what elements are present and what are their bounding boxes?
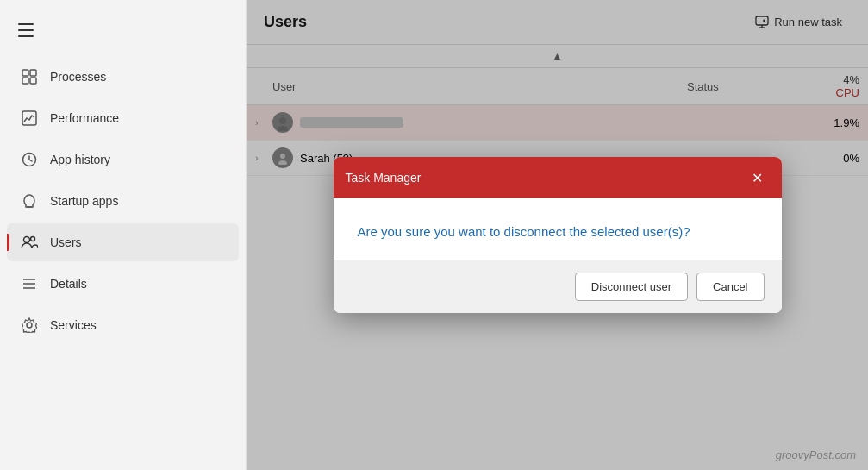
main-content: Users Run new task ▲ User Status 4% CPU	[246, 0, 868, 470]
sidebar-item-processes[interactable]: Processes	[7, 58, 239, 96]
sidebar: Processes Performance App history	[0, 0, 246, 470]
users-icon	[21, 234, 38, 251]
hamburger-line-1	[18, 23, 34, 25]
sidebar-item-label-details: Details	[50, 277, 87, 291]
dialog-overlay: Task Manager ✕ Are you sure you want to …	[247, 0, 868, 470]
chart-icon	[21, 110, 38, 127]
svg-point-8	[31, 237, 35, 241]
cancel-button[interactable]: Cancel	[696, 273, 764, 301]
dialog-footer: Disconnect user Cancel	[334, 260, 782, 313]
sidebar-item-label-processes: Processes	[50, 70, 106, 84]
dialog-message: Are you sure you want to disconnect the …	[358, 222, 758, 242]
sidebar-item-performance[interactable]: Performance	[7, 99, 239, 137]
sidebar-item-label-app-history: App history	[50, 153, 110, 166]
startup-icon	[21, 192, 38, 210]
sidebar-item-services[interactable]: Services	[7, 306, 239, 344]
dialog-body: Are you sure you want to disconnect the …	[334, 198, 782, 260]
svg-rect-3	[30, 78, 36, 84]
sidebar-item-label-users: Users	[50, 235, 82, 249]
sidebar-item-app-history[interactable]: App history	[7, 141, 239, 179]
svg-point-12	[27, 323, 32, 328]
sidebar-item-details[interactable]: Details	[7, 265, 239, 303]
sidebar-item-startup-apps[interactable]: Startup apps	[7, 182, 239, 220]
dialog-title: Task Manager	[346, 171, 422, 185]
sidebar-item-label-performance: Performance	[50, 111, 119, 125]
disconnect-user-button[interactable]: Disconnect user	[575, 273, 688, 301]
hamburger-line-2	[18, 29, 34, 31]
svg-rect-4	[22, 111, 36, 125]
sidebar-item-label-services: Services	[50, 318, 97, 332]
dialog-close-button[interactable]: ✕	[746, 166, 770, 190]
sidebar-item-users[interactable]: Users	[7, 223, 239, 261]
hamburger-line-3	[18, 35, 34, 37]
clock-icon	[21, 151, 38, 168]
svg-rect-0	[22, 70, 28, 76]
svg-point-7	[24, 237, 30, 243]
gear-icon	[21, 316, 38, 334]
list-icon	[21, 275, 38, 292]
dialog-titlebar: Task Manager ✕	[334, 157, 782, 198]
svg-rect-2	[22, 78, 28, 84]
hamburger-menu-button[interactable]	[9, 13, 43, 47]
svg-rect-1	[30, 70, 36, 76]
sidebar-item-label-startup-apps: Startup apps	[50, 194, 118, 208]
grid-icon	[21, 68, 38, 85]
task-manager-dialog: Task Manager ✕ Are you sure you want to …	[334, 157, 782, 313]
